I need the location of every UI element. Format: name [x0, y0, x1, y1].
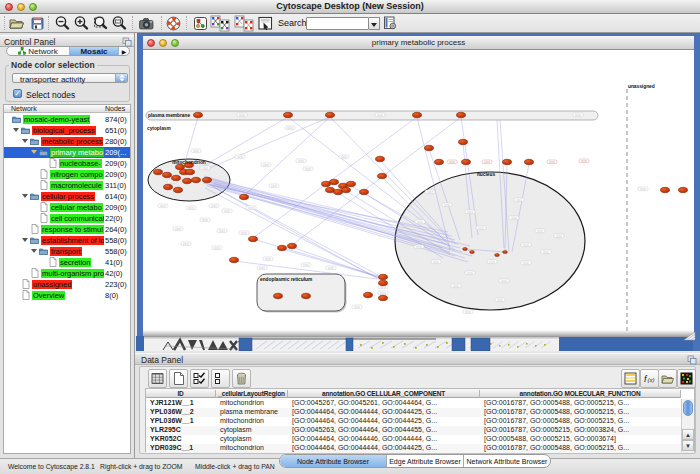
table-column-header[interactable]: ID	[146, 390, 216, 398]
function-builder-button[interactable]: f (x)	[640, 369, 659, 388]
table-column-header[interactable]: _cellularLayoutRegion	[216, 390, 288, 398]
tree-row-nodes: 209(0)	[105, 203, 127, 212]
frame-resize-grip[interactable]	[683, 332, 696, 341]
tree-row[interactable]: establishment of lo558(0)	[4, 235, 130, 246]
network-view-frame[interactable]: primary metabolic process plasma membran…	[137, 33, 700, 351]
tree-row[interactable]: response to stimul264(0)	[4, 224, 130, 235]
tree-row[interactable]: macromolecule311(0)	[4, 180, 130, 191]
select-nodes-checkbox[interactable]: ✓	[13, 89, 22, 98]
tab-mosaic[interactable]: Mosaic	[69, 47, 119, 55]
table-row[interactable]: YPL036W__2plasma membrane[GO:0044464, GO…	[146, 408, 681, 417]
zoom-in-icon[interactable]	[73, 15, 90, 32]
float-panel-icon[interactable]	[687, 355, 697, 365]
tree-row[interactable]: primary metabo209(...	[4, 147, 130, 158]
graph-node	[326, 112, 335, 117]
table-row[interactable]: YPL036W__1mitochondrion[GO:0044464, GO:0…	[146, 417, 681, 426]
open-file-icon[interactable]	[8, 15, 25, 32]
tab-overflow-arrow[interactable]: ▶	[119, 47, 129, 55]
tab-network[interactable]: Network	[7, 47, 69, 55]
table-row[interactable]: YDR039C__1mitochondrion[GO:0044464, GO:0…	[146, 444, 681, 453]
tree-row[interactable]: biological_process651(0)	[4, 125, 130, 136]
graph-edge	[185, 117, 198, 162]
compartment-plasma-membrane	[146, 111, 598, 120]
tab-network-label: Network	[28, 47, 57, 56]
import-attributes-folder-icon	[661, 372, 674, 385]
network-frame-titlebar[interactable]: primary metabolic process	[143, 36, 694, 50]
graph-node	[525, 159, 534, 164]
graph-node	[249, 236, 258, 241]
scroll-up-button[interactable]: ▲	[682, 429, 694, 440]
table-row[interactable]: YKR052Ccytoplasm[GO:0044464, GO:0044446,…	[146, 435, 681, 444]
file-icon	[31, 268, 39, 278]
table-column-header[interactable]: annotation.GO CELLULAR_COMPONENT	[288, 390, 480, 398]
graph-node	[459, 139, 468, 144]
disclosure-triangle-icon[interactable]	[22, 238, 28, 242]
attribute-list-button[interactable]	[621, 369, 640, 388]
zoom-selected-icon[interactable]	[92, 15, 109, 32]
tree-row[interactable]: cellular metabo209(0)	[4, 202, 130, 213]
import-attributes-button[interactable]	[658, 369, 677, 388]
help-lifesaver-icon[interactable]	[165, 15, 182, 32]
table-row[interactable]: YLR295Ccytoplasm[GO:0045263, GO:0044464,…	[146, 426, 681, 435]
new-network-icon[interactable]	[192, 15, 209, 32]
tree-row-nodes: 874(0)	[105, 115, 127, 124]
tree-row[interactable]: unassigned223(0)	[4, 279, 130, 290]
table-column-header[interactable]: annotation.GO MOLECULAR_FUNCTION	[480, 390, 681, 398]
tree-row[interactable]: secretion41(0)	[4, 257, 130, 268]
node-color-selection-label: Node color selection	[9, 60, 97, 70]
graph-node-small	[495, 254, 500, 257]
snapshot-camera-icon[interactable]	[138, 15, 155, 32]
copy-network-icon[interactable]	[234, 15, 255, 32]
tab-mosaic-label: Mosaic	[80, 47, 107, 56]
file-icon	[22, 290, 30, 300]
tree-row[interactable]: cell communicat22(0)	[4, 213, 130, 224]
tree-row[interactable]: transport558(0)	[4, 246, 130, 257]
tab-edge-attribute-browser[interactable]: Edge Attribute Browser	[387, 455, 464, 467]
graph-edge	[292, 247, 380, 278]
graph-node	[322, 181, 331, 186]
tree-row[interactable]: Overview8(0)	[4, 290, 130, 301]
tab-network-attribute-browser[interactable]: Network Attribute Browser	[464, 455, 550, 467]
node-color-dropdown[interactable]: transporter activity	[12, 73, 128, 83]
table-scrollbar[interactable]: ▲ ▼	[681, 399, 694, 452]
tree-row[interactable]: metabolic process280(0)	[4, 136, 130, 147]
disclosure-triangle-icon[interactable]	[13, 128, 19, 132]
search-dropdown-arrow[interactable]	[369, 17, 380, 30]
table-row[interactable]: YJR121W__1mitochondrion[GO:0045267, GO:0…	[146, 399, 681, 408]
disclosure-triangle-icon[interactable]	[22, 194, 28, 198]
delete-attribute-button[interactable]	[232, 369, 251, 388]
unselect-attributes-button[interactable]	[211, 369, 230, 388]
network-canvas[interactable]: plasma membranecytoplasmmitochondrionnuc…	[143, 50, 694, 336]
disclosure-triangle-icon[interactable]	[22, 139, 28, 143]
disclosure-triangle-icon[interactable]	[31, 249, 37, 253]
file-icon	[40, 169, 48, 179]
scroll-down-button[interactable]: ▼	[682, 440, 694, 451]
table-cell: YPL036W__2	[150, 408, 214, 417]
tree-row[interactable]: nitrogen compo209(0)	[4, 169, 130, 180]
disclosure-triangle-icon[interactable]	[31, 150, 37, 154]
select-attributes-button[interactable]	[190, 369, 209, 388]
graph-node	[278, 245, 287, 250]
tree-row[interactable]: mosaic-demo-yeast874(0)	[4, 114, 130, 125]
graph-node-small	[503, 251, 508, 254]
graph-node	[230, 257, 239, 262]
tree-row[interactable]: cellular process614(0)	[4, 191, 130, 202]
new-attribute-button[interactable]	[169, 369, 188, 388]
attribute-table-button[interactable]	[148, 369, 167, 388]
zoom-out-icon[interactable]	[54, 15, 71, 32]
search-input[interactable]	[306, 17, 369, 30]
attribute-matrix-button[interactable]	[677, 369, 696, 388]
tab-node-attribute-browser[interactable]: Node Attribute Browser	[280, 455, 387, 467]
search-options-icon[interactable]	[383, 16, 397, 30]
save-session-icon[interactable]	[29, 15, 46, 32]
zoom-fit-icon[interactable]	[111, 15, 128, 32]
table-cell: [GO:0045267, GO:0045261, GO:0044464, G..…	[292, 399, 478, 408]
tree-row[interactable]: nucleobase-209(0)	[4, 158, 130, 169]
delete-attribute-trash-icon	[235, 372, 248, 385]
tree-column-nodes: Nodes	[105, 105, 125, 112]
table-cell: [GO:0005488, GO:0005215, GO:0003674]	[484, 435, 679, 444]
scrollbar-thumb[interactable]	[683, 400, 693, 416]
copy-network-view-icon[interactable]	[210, 15, 231, 32]
annotation-icon[interactable]	[257, 15, 274, 32]
tree-row[interactable]: multi-organism pro42(0)	[4, 268, 130, 279]
